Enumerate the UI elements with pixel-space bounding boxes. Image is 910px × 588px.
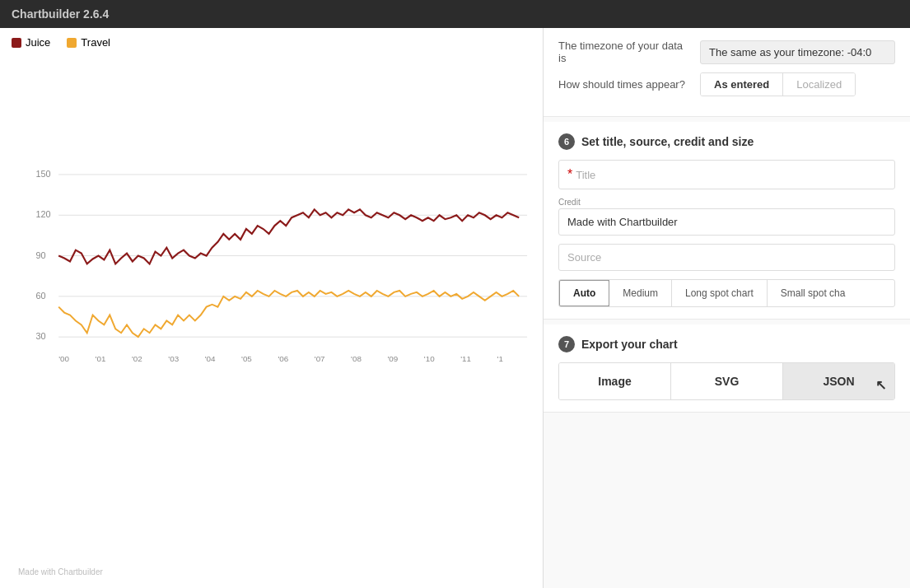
right-panel: The timezone of your data is The same as… (544, 28, 910, 588)
legend-color-juice (12, 38, 21, 48)
svg-text:'04: '04 (205, 354, 216, 363)
size-small-btn[interactable]: Small spot cha (768, 280, 859, 306)
chart-panel: Juice Travel 150 120 90 60 30 (0, 28, 544, 588)
svg-text:'07: '07 (315, 354, 325, 363)
export-json-label: JSON (823, 375, 854, 388)
timezone-value: The same as your timezone: -04:0 (700, 40, 895, 64)
times-as-entered-btn[interactable]: As entered (701, 73, 783, 96)
legend-label-travel: Travel (81, 36, 110, 49)
required-star: * (567, 167, 572, 182)
times-label: How should times appear? (558, 78, 690, 91)
svg-text:120: 120 (36, 209, 51, 219)
export-image-btn[interactable]: Image (559, 363, 671, 399)
app-title: Chartbuilder 2.6.4 (12, 7, 109, 21)
times-localized-btn[interactable]: Localized (783, 73, 855, 96)
source-field (558, 244, 895, 271)
step7-section: 7 Export your chart Image SVG JSON ↖ (544, 324, 910, 413)
size-auto-btn[interactable]: Auto (558, 279, 610, 307)
svg-text:'01: '01 (96, 354, 106, 363)
export-buttons: Image SVG JSON ↖ (558, 362, 895, 400)
cursor-icon: ↖ (875, 377, 886, 393)
svg-text:60: 60 (36, 291, 46, 301)
step6-badge: 6 (558, 133, 575, 150)
size-long-btn[interactable]: Long spot chart (672, 280, 768, 306)
legend-label-juice: Juice (26, 36, 50, 49)
size-medium-btn[interactable]: Medium (609, 280, 672, 306)
times-toggle-group: As entered Localized (700, 72, 856, 96)
legend-item-travel: Travel (67, 36, 110, 49)
svg-text:'03: '03 (168, 354, 179, 363)
source-input[interactable] (558, 244, 895, 271)
credit-input[interactable] (558, 208, 895, 236)
timezone-row: The timezone of your data is The same as… (558, 40, 895, 64)
svg-text:'06: '06 (278, 354, 288, 363)
svg-text:150: 150 (36, 169, 51, 179)
chart-watermark: Made with Chartbuilder (18, 567, 103, 576)
svg-text:30: 30 (36, 331, 46, 341)
step6-title: Set title, source, credit and size (581, 135, 754, 148)
svg-text:'00: '00 (58, 354, 69, 363)
legend-item-juice: Juice (12, 36, 50, 49)
svg-text:'02: '02 (132, 354, 142, 363)
chart-legend: Juice Travel (12, 36, 531, 49)
step7-header: 7 Export your chart (558, 336, 895, 352)
export-svg-btn[interactable]: SVG (671, 363, 783, 399)
svg-text:'05: '05 (241, 354, 252, 363)
legend-color-travel (67, 38, 77, 48)
svg-text:'1: '1 (497, 354, 503, 363)
export-json-btn[interactable]: JSON ↖ (783, 363, 894, 399)
chart-area: 150 120 90 60 30 '00 '01 '02 '03 '04 '05… (12, 54, 531, 580)
title-field: * (558, 160, 895, 189)
app-header: Chartbuilder 2.6.4 (0, 0, 910, 28)
timezone-section: The timezone of your data is The same as… (544, 28, 910, 117)
step7-badge: 7 (558, 336, 575, 352)
times-row: How should times appear? As entered Loca… (558, 72, 895, 96)
step6-section: 6 Set title, source, credit and size * C… (544, 122, 910, 320)
size-buttons: Auto Medium Long spot chart Small spot c… (558, 279, 895, 307)
svg-text:'09: '09 (387, 354, 398, 363)
credit-field: Credit (558, 198, 895, 236)
svg-text:'11: '11 (460, 354, 471, 363)
svg-text:90: 90 (36, 250, 46, 260)
credit-label: Credit (558, 198, 895, 207)
step6-header: 6 Set title, source, credit and size (558, 133, 895, 150)
step7-title: Export your chart (581, 338, 678, 351)
svg-text:'10: '10 (424, 354, 435, 363)
timezone-label: The timezone of your data is (558, 40, 690, 64)
title-input[interactable] (576, 169, 886, 181)
svg-text:'08: '08 (351, 354, 362, 363)
title-field-wrap[interactable]: * (558, 160, 895, 189)
